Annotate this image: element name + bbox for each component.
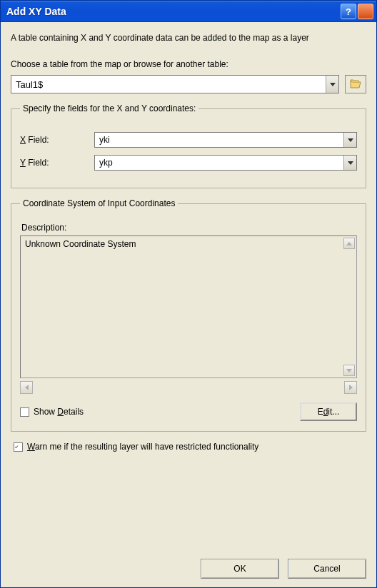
- chevron-down-icon: [343, 156, 356, 170]
- scroll-left-icon[interactable]: [20, 381, 33, 394]
- warn-label: Warn me if the resulting layer will have…: [27, 442, 258, 452]
- x-field-combo[interactable]: yki: [94, 132, 357, 148]
- y-field-combo[interactable]: ykp: [94, 155, 357, 171]
- chevron-down-icon: [326, 76, 338, 93]
- ok-button[interactable]: OK: [201, 559, 279, 579]
- y-field-value: ykp: [95, 158, 343, 168]
- titlebar: Add XY Data ?: [1, 1, 376, 22]
- chevron-down-icon: [343, 133, 356, 147]
- x-field-label: X Field:: [20, 135, 94, 145]
- description-label: Description:: [21, 223, 357, 233]
- description-value: Unknown Coordinate System: [25, 239, 136, 249]
- folder-open-icon: [350, 78, 361, 90]
- browse-button[interactable]: [345, 75, 366, 93]
- table-row: Taul1$: [11, 75, 366, 93]
- scroll-right-icon[interactable]: [344, 381, 357, 394]
- xy-fields-group: Specify the fields for the X and Y coord…: [11, 103, 366, 188]
- vertical-scrollbar[interactable]: [343, 238, 355, 376]
- scroll-up-icon[interactable]: [343, 238, 355, 249]
- close-button[interactable]: [358, 4, 373, 19]
- scroll-down-icon[interactable]: [343, 365, 355, 376]
- show-details-label: Show Details: [34, 407, 84, 417]
- dialog-window: Add XY Data ? A table containing X and Y…: [0, 0, 377, 588]
- xy-fields-legend: Specify the fields for the X and Y coord…: [20, 103, 198, 113]
- table-combo[interactable]: Taul1$: [11, 75, 339, 93]
- choose-table-label: Choose a table from the map or browse fo…: [11, 59, 366, 69]
- y-field-row: Y Field: ykp: [20, 155, 357, 171]
- x-field-row: X Field: yki: [20, 132, 357, 148]
- dialog-content: A table containing X and Y coordinate da…: [1, 22, 376, 459]
- show-details-checkbox[interactable]: [20, 407, 29, 417]
- show-details-row: Show Details: [20, 407, 84, 417]
- intro-text: A table containing X and Y coordinate da…: [11, 32, 366, 44]
- coord-system-group: Coordinate System of Input Coordinates D…: [11, 198, 366, 432]
- warn-row: Warn me if the resulting layer will have…: [14, 442, 366, 452]
- cancel-button[interactable]: Cancel: [288, 559, 366, 579]
- edit-button[interactable]: Edit...: [300, 402, 357, 421]
- window-title: Add XY Data: [6, 6, 339, 17]
- coord-bottom-row: Show Details Edit...: [20, 402, 357, 421]
- table-combo-value: Taul1$: [11, 79, 326, 90]
- x-field-value: yki: [95, 135, 343, 145]
- coord-system-legend: Coordinate System of Input Coordinates: [20, 198, 178, 208]
- help-button[interactable]: ?: [341, 4, 356, 19]
- y-field-label: Y Field:: [20, 158, 94, 168]
- help-icon: ?: [346, 6, 351, 17]
- horizontal-scrollbar[interactable]: [20, 381, 357, 394]
- scrollbar-track: [33, 381, 344, 394]
- dialog-footer: OK Cancel: [201, 559, 366, 579]
- warn-checkbox[interactable]: [14, 442, 23, 452]
- description-box: Unknown Coordinate System: [20, 235, 357, 378]
